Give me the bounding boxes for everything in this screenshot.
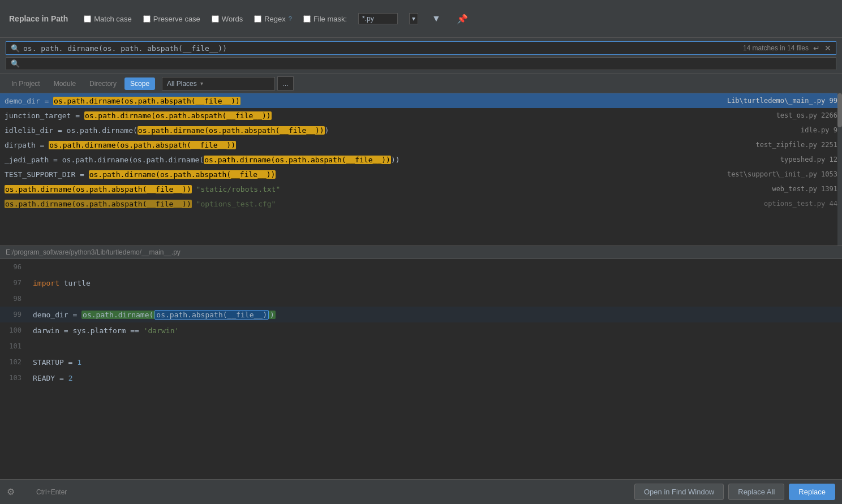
find-input-wrap: 🔍 14 matches in 14 files ↵ ✕ bbox=[6, 41, 836, 55]
file-mask-dropdown-btn[interactable]: ▾ bbox=[409, 13, 418, 24]
scope-dropdown[interactable]: All Places ▾ bbox=[162, 77, 275, 91]
result-file-5: test\support\_init_.py 1053 bbox=[727, 170, 837, 178]
search-icon: 🔍 bbox=[11, 44, 20, 53]
file-path-bar: E:/program_software/python3/Lib/turtlede… bbox=[0, 246, 842, 259]
bottom-bar: ⚙ Ctrl+Enter Open in Find Window Replace… bbox=[0, 479, 842, 504]
result-row[interactable]: dirpath = os.path.dirname(os.path.abspat… bbox=[0, 137, 842, 152]
result-row[interactable]: demo_dir = os.path.dirname(os.path.abspa… bbox=[0, 93, 842, 108]
result-code-1: junction_target = os.path.dirname(os.pat… bbox=[5, 111, 767, 120]
code-line-99: 99 demo_dir = os.path.dirname(os.path.ab… bbox=[0, 307, 842, 322]
pin-icon[interactable]: 📌 bbox=[454, 12, 470, 25]
replace-input[interactable] bbox=[23, 59, 831, 68]
regex-checkbox[interactable] bbox=[254, 15, 261, 23]
result-row[interactable]: os.path.dirname(os.path.abspath(__file__… bbox=[0, 196, 842, 211]
tab-in-project[interactable]: In Project bbox=[6, 77, 46, 90]
result-code-2: idlelib_dir = os.path.dirname(os.path.di… bbox=[5, 126, 792, 135]
code-line-102: 102 STARTUP = 1 bbox=[0, 354, 842, 370]
tab-scope[interactable]: Scope bbox=[124, 77, 155, 90]
words-group[interactable]: Words bbox=[212, 15, 243, 23]
regex-help-icon[interactable]: ? bbox=[289, 15, 292, 22]
chevron-down-icon: ▾ bbox=[200, 80, 203, 87]
replace-all-button[interactable]: Replace All bbox=[728, 484, 784, 500]
scrollbar-track[interactable] bbox=[837, 93, 842, 245]
words-label: Words bbox=[222, 15, 243, 23]
search-area: 🔍 14 matches in 14 files ↵ ✕ 🔍 bbox=[0, 38, 842, 74]
preserve-case-label: Preserve case bbox=[153, 15, 200, 23]
result-code-4: _jedi_path = os.path.dirname(os.path.dir… bbox=[5, 156, 771, 164]
toolbar: Replace in Path Match case Preserve case… bbox=[0, 0, 842, 38]
code-preview: 96 97 import turtle 98 99 demo_dir = os.… bbox=[0, 259, 842, 448]
result-row[interactable]: TEST_SUPPORT_DIR = os.path.dirname(os.pa… bbox=[0, 167, 842, 182]
result-file-7: options_test.py 44 bbox=[764, 200, 837, 208]
match-case-label: Match case bbox=[94, 15, 131, 23]
regex-group[interactable]: Regex ? bbox=[254, 15, 292, 23]
filter-icon[interactable]: ▼ bbox=[429, 12, 443, 25]
panel-title: Replace in Path bbox=[9, 14, 68, 23]
preserve-case-group[interactable]: Preserve case bbox=[143, 15, 200, 23]
result-row[interactable]: _jedi_path = os.path.dirname(os.path.dir… bbox=[0, 152, 842, 167]
match-case-checkbox[interactable] bbox=[84, 15, 91, 23]
close-icon[interactable]: ✕ bbox=[824, 44, 831, 53]
file-mask-label: File mask: bbox=[313, 15, 347, 23]
replace-input-wrap: 🔍 bbox=[6, 57, 836, 70]
scope-bar: In Project Module Directory Scope All Pl… bbox=[0, 74, 842, 93]
replace-button[interactable]: Replace bbox=[789, 484, 835, 500]
code-line-96: 96 bbox=[0, 259, 842, 275]
result-file-4: typeshed.py 12 bbox=[780, 156, 837, 163]
result-file-6: web_test.py 1391 bbox=[772, 185, 837, 193]
settings-icon[interactable]: ⚙ bbox=[7, 486, 15, 497]
result-code-3: dirpath = os.path.dirname(os.path.abspat… bbox=[5, 141, 747, 149]
tab-directory[interactable]: Directory bbox=[84, 77, 122, 90]
scope-dropdown-value: All Places bbox=[167, 80, 197, 88]
file-path-text: E:/program_software/python3/Lib/turtlede… bbox=[6, 248, 181, 256]
results-list: demo_dir = os.path.dirname(os.path.abspa… bbox=[0, 93, 842, 246]
file-mask-input[interactable] bbox=[358, 13, 398, 24]
match-case-group[interactable]: Match case bbox=[84, 15, 131, 23]
result-file-1: test_os.py 2266 bbox=[776, 111, 837, 119]
result-row[interactable]: idlelib_dir = os.path.dirname(os.path.di… bbox=[0, 123, 842, 137]
result-code-0: demo_dir = os.path.dirname(os.path.abspa… bbox=[5, 97, 718, 105]
code-line-101: 101 bbox=[0, 338, 842, 354]
scope-extra-button[interactable]: ... bbox=[277, 76, 294, 91]
result-row[interactable]: junction_target = os.path.dirname(os.pat… bbox=[0, 108, 842, 123]
scrollbar-thumb[interactable] bbox=[837, 93, 842, 127]
result-row[interactable]: os.path.dirname(os.path.abspath(__file__… bbox=[0, 182, 842, 196]
code-line-97: 97 import turtle bbox=[0, 275, 842, 291]
preserve-case-checkbox[interactable] bbox=[143, 15, 151, 23]
words-checkbox[interactable] bbox=[212, 15, 219, 23]
file-mask-group: File mask: bbox=[303, 15, 347, 23]
result-code-6: os.path.dirname(os.path.abspath(__file__… bbox=[5, 185, 763, 193]
result-file-3: test_zipfile.py 2251 bbox=[756, 141, 838, 149]
result-code-7: os.path.dirname(os.path.abspath(__file__… bbox=[5, 200, 755, 208]
code-line-100: 100 darwin = sys.platform == 'darwin' bbox=[0, 322, 842, 338]
regex-label: Regex bbox=[264, 15, 286, 23]
code-line-98: 98 bbox=[0, 291, 842, 307]
enter-icon[interactable]: ↵ bbox=[813, 44, 820, 53]
file-mask-checkbox[interactable] bbox=[303, 15, 311, 23]
tab-module[interactable]: Module bbox=[48, 77, 81, 90]
result-file-2: idle.py 9 bbox=[801, 126, 837, 134]
find-input[interactable] bbox=[23, 44, 738, 53]
replace-search-icon: 🔍 bbox=[11, 59, 20, 68]
match-count: 14 matches in 14 files bbox=[743, 44, 809, 52]
shortcut-text: Ctrl+Enter bbox=[36, 488, 67, 496]
keyboard-shortcut-hint: Ctrl+Enter bbox=[36, 488, 67, 496]
result-code-5: TEST_SUPPORT_DIR = os.path.dirname(os.pa… bbox=[5, 170, 718, 179]
open-find-window-button[interactable]: Open in Find Window bbox=[634, 484, 724, 500]
result-file-0: Lib\turtledemo\_main_.py 99 bbox=[727, 97, 837, 105]
code-line-103: 103 READY = 2 bbox=[0, 370, 842, 386]
